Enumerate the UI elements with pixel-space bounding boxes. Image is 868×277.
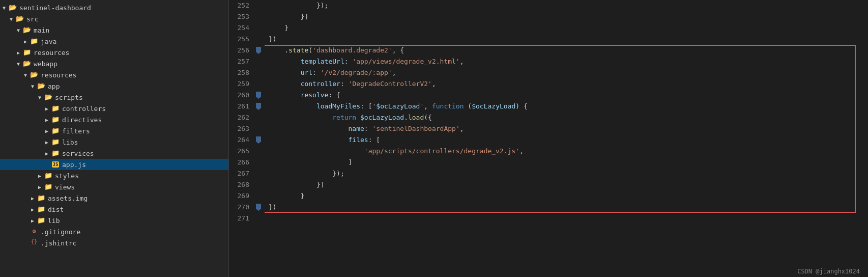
gutter-icon (254, 112, 263, 123)
scrollbar[interactable] (861, 0, 868, 277)
tree-item-label: assets.img (48, 195, 224, 202)
line-number: 259 (229, 78, 249, 90)
tree-file-icon: 📂 (37, 82, 46, 90)
tree-item-appjs[interactable]: JSapp.js (0, 159, 228, 170)
tree-item-label: directives (62, 116, 224, 124)
line-number: 257 (229, 56, 249, 67)
tree-item-label: sentinel-dashboard (19, 4, 224, 12)
tree-arrow-icon: ▶ (28, 196, 37, 201)
svg-marker-3 (256, 136, 261, 144)
code-line: resolve: { (269, 90, 861, 101)
tree-item-services[interactable]: ▶📁services (0, 148, 228, 159)
tree-arrow-icon: ▶ (36, 173, 44, 179)
tree-file-icon: 📁 (51, 127, 60, 135)
tree-arrow-icon: ▶ (43, 140, 51, 145)
tree-file-icon: 📁 (51, 116, 60, 124)
tree-item-label: resources (34, 49, 224, 57)
tree-arrow-icon: ▶ (21, 39, 30, 44)
line-number: 255 (229, 34, 249, 45)
tree-item-scripts[interactable]: ▼📂scripts (0, 92, 228, 103)
code-line: } (269, 22, 861, 34)
tree-arrow-icon: ▼ (21, 72, 30, 78)
line-number: 270 (229, 202, 249, 213)
line-number: 261 (229, 101, 249, 112)
tree-item-label: views (55, 183, 224, 191)
tree-item-views[interactable]: ▶📁views (0, 181, 228, 192)
tree-item-java[interactable]: ▶📁java (0, 36, 228, 47)
gutter-icon (254, 90, 263, 101)
tree-file-icon: 📁 (37, 216, 46, 225)
credit-text: CSDN @jianghx1024 (797, 268, 860, 275)
tree-arrow-icon: ▶ (14, 50, 22, 56)
tree-item-dist[interactable]: ▶📁dist (0, 204, 228, 215)
tree-item-controllers[interactable]: ▶📁controllers (0, 103, 228, 114)
tree-arrow-icon: ▼ (14, 61, 22, 67)
svg-marker-1 (256, 92, 261, 99)
editor-content: 2522532542552562572582592602612622632642… (229, 0, 868, 277)
tree-item-label: lib (48, 217, 224, 225)
tree-file-icon: 📁 (30, 37, 39, 45)
tree-file-icon: 📂 (8, 4, 17, 12)
svg-marker-2 (256, 103, 261, 110)
tree-arrow-icon: ▼ (14, 27, 22, 33)
code-line (269, 213, 861, 224)
tree-file-icon: 📂 (44, 93, 53, 101)
tree-item-assets[interactable]: ▶📁assets.img (0, 192, 228, 204)
tree-item-jshintrc[interactable]: {}.jshintrc (0, 237, 228, 248)
line-number: 271 (229, 213, 249, 224)
code-line: url: '/v2/degrade/:app', (269, 67, 861, 78)
tree-item-src[interactable]: ▼📂src (0, 13, 228, 24)
line-number: 265 (229, 146, 249, 157)
tree-arrow-icon: ▶ (43, 151, 51, 156)
gutter (254, 0, 265, 277)
gutter-icon (254, 45, 263, 56)
gutter-icon (254, 67, 263, 78)
svg-marker-4 (256, 204, 261, 211)
tree-item-directives[interactable]: ▶📁directives (0, 114, 228, 125)
gutter-icon (254, 202, 263, 213)
tree-item-label: src (26, 15, 224, 23)
gutter-icon (254, 56, 263, 67)
gutter-icon (254, 146, 263, 157)
gutter-icon (254, 0, 263, 11)
code-line: }) (269, 34, 861, 45)
tree-item-label: .gitignore (41, 228, 224, 236)
gutter-icon (254, 78, 263, 90)
code-line: templateUrl: 'app/views/degrade_v2.html'… (269, 56, 861, 67)
tree-item-sentinel-dashboard[interactable]: ▼📂sentinel-dashboard (0, 2, 228, 13)
tree-arrow-icon: ▼ (28, 84, 37, 89)
tree-item-label: webapp (34, 60, 224, 68)
gutter-icon (254, 157, 263, 168)
line-number: 263 (229, 123, 249, 134)
tree-file-icon: 📂 (22, 26, 32, 34)
tree-item-lib[interactable]: ▶📁lib (0, 215, 228, 226)
tree-item-filters[interactable]: ▶📁filters (0, 125, 228, 136)
code-line: }) (269, 202, 861, 213)
tree-item-libs[interactable]: ▶📁libs (0, 136, 228, 148)
code-line: } (269, 190, 861, 202)
code-line: }] (269, 179, 861, 190)
code-line: }); (269, 168, 861, 179)
gutter-icon (254, 179, 263, 190)
line-number: 260 (229, 90, 249, 101)
tree-item-label: libs (62, 138, 224, 146)
tree-item-resources2[interactable]: ▼📂resources (0, 69, 228, 80)
code-line: name: 'sentinelDashboardApp', (269, 123, 861, 134)
line-number: 267 (229, 168, 249, 179)
gutter-icon (254, 22, 263, 34)
code-area: }); }] }}) .state('dashboard.degrade2', … (265, 0, 861, 277)
tree-item-styles[interactable]: ▶📁styles (0, 170, 228, 181)
tree-file-icon: 📂 (22, 60, 32, 68)
tree-arrow-icon: ▶ (36, 184, 44, 190)
tree-item-resources[interactable]: ▶📁resources (0, 47, 228, 58)
tree-item-webapp[interactable]: ▼📂webapp (0, 58, 228, 69)
file-tree-panel: ▼📂sentinel-dashboard▼📂src▼📂main▶📁java▶📁r… (0, 0, 229, 277)
bottom-bar: CSDN @jianghx1024 (789, 266, 868, 277)
tree-item-gitignore[interactable]: ⚙.gitignore (0, 226, 228, 237)
tree-item-app[interactable]: ▼📂app (0, 80, 228, 92)
tree-item-label: services (62, 150, 224, 157)
tree-item-label: styles (55, 172, 224, 180)
tree-item-main[interactable]: ▼📂main (0, 24, 228, 36)
tree-arrow-icon: ▼ (0, 5, 8, 11)
line-number: 258 (229, 67, 249, 78)
